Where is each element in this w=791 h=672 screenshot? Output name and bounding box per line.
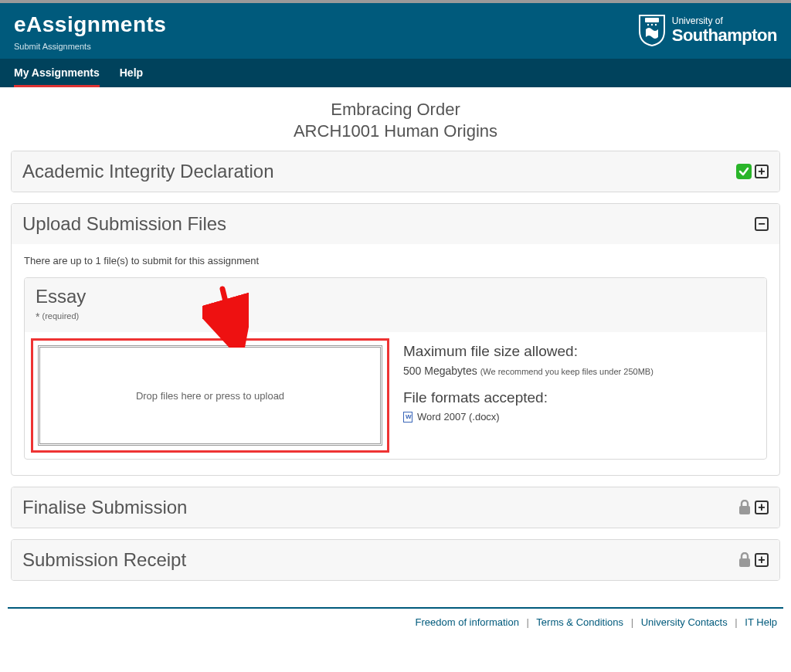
svg-rect-4 [739, 506, 750, 514]
max-size-heading: Maximum file size allowed: [403, 343, 755, 360]
nav-my-assignments[interactable]: My Assignments [14, 59, 100, 87]
panel-upload: Upload Submission Files − There are up t… [11, 203, 780, 476]
logo-text-line2: Southampton [672, 26, 777, 44]
panel-integrity: Academic Integrity Declaration + [11, 151, 780, 192]
panel-finalise-title: Finalise Submission [22, 497, 187, 518]
nav-help[interactable]: Help [120, 59, 143, 87]
footer-link-ithelp[interactable]: IT Help [745, 616, 777, 628]
expand-icon[interactable]: + [755, 553, 769, 567]
max-size-note: (We recommend you keep files under 250MB… [480, 367, 654, 376]
collapse-icon[interactable]: − [755, 217, 769, 231]
svg-point-2 [651, 24, 653, 25]
page-title: Embracing Order [11, 100, 780, 120]
formats-heading: File formats accepted: [403, 389, 755, 406]
panel-receipt-title: Submission Receipt [22, 549, 186, 571]
panel-upload-title: Upload Submission Files [22, 213, 226, 235]
svg-point-3 [655, 24, 657, 25]
upload-hint: There are up to 1 file(s) to submit for … [24, 255, 767, 266]
essay-subpanel: Essay * (required) Drop fi [24, 277, 767, 460]
app-header: eAssignments Submit Assignments Universi… [0, 3, 791, 59]
main-nav: My Assignments Help [0, 59, 791, 87]
lock-icon [738, 500, 752, 515]
panel-finalise: Finalise Submission + [11, 487, 780, 528]
panel-receipt: Submission Receipt + [11, 539, 780, 581]
annotation-highlight-box: Drop files here or press to upload [31, 338, 389, 453]
shield-icon [638, 14, 666, 46]
footer-link-terms[interactable]: Terms & Conditions [536, 616, 623, 628]
max-size-value: 500 Megabytes [403, 365, 477, 377]
svg-point-1 [647, 24, 649, 25]
file-drop-zone[interactable]: Drop files here or press to upload [38, 345, 382, 446]
expand-icon[interactable]: + [755, 165, 769, 178]
footer-link-foi[interactable]: Freedom of information [416, 616, 519, 628]
panel-integrity-title: Academic Integrity Declaration [22, 161, 273, 182]
format-label: Word 2007 (.docx) [417, 411, 500, 423]
check-complete-icon [736, 164, 752, 179]
expand-icon[interactable]: + [755, 501, 769, 514]
svg-rect-5 [739, 558, 750, 567]
svg-rect-0 [645, 18, 659, 22]
footer-link-contacts[interactable]: University Contacts [641, 616, 728, 628]
panel-finalise-header[interactable]: Finalise Submission + [12, 487, 779, 528]
panel-integrity-header[interactable]: Academic Integrity Declaration + [12, 151, 779, 192]
footer: Freedom of information | Terms & Conditi… [0, 609, 791, 643]
essay-title: Essay [36, 286, 755, 307]
university-logo: University of Southampton [638, 14, 777, 46]
essay-header: Essay * (required) [25, 278, 766, 332]
page-content: Embracing Order ARCH1001 Human Origins A… [0, 87, 791, 602]
panel-upload-body: There are up to 1 file(s) to submit for … [12, 244, 779, 475]
essay-required-label: * (required) [36, 311, 755, 323]
format-item: Word 2007 (.docx) [403, 411, 755, 423]
word-doc-icon [403, 412, 412, 423]
lock-icon [738, 552, 752, 568]
logo-text-line1: University of [672, 16, 777, 26]
upload-info: Maximum file size allowed: 500 Megabytes… [396, 332, 766, 459]
page-subtitle: ARCH1001 Human Origins [11, 121, 780, 141]
panel-upload-header[interactable]: Upload Submission Files − [12, 204, 779, 244]
panel-receipt-header[interactable]: Submission Receipt + [12, 540, 779, 580]
